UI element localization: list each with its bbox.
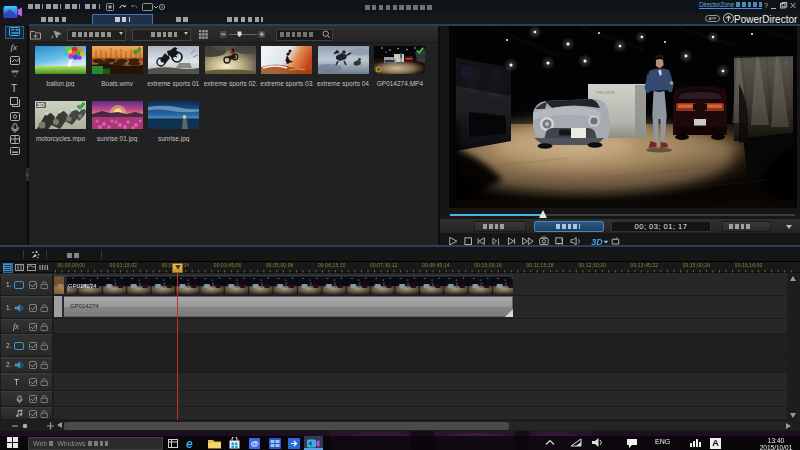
- svg-text:T: T: [11, 83, 17, 94]
- svg-text:THE NEW: THE NEW: [596, 90, 615, 95]
- svg-text:fx: fx: [11, 42, 18, 52]
